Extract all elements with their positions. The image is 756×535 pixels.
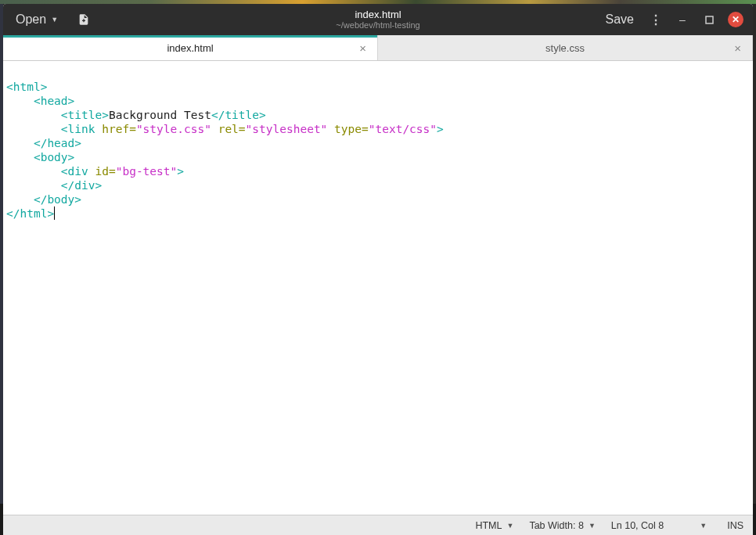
- tab-width-label: Tab Width: 8: [529, 520, 583, 531]
- code-token: </head: [34, 137, 74, 149]
- tab-width-selector[interactable]: Tab Width: 8 ▼: [529, 520, 595, 531]
- code-token: >: [47, 207, 54, 220]
- maximize-icon: [705, 16, 714, 24]
- header-right-controls: Save ⋮ – ✕: [598, 4, 748, 35]
- tab-label: style.css: [545, 42, 585, 54]
- code-string: "bg-test": [116, 165, 178, 178]
- language-label: HTML: [475, 520, 502, 531]
- minimize-icon: –: [679, 13, 686, 26]
- hamburger-menu-button[interactable]: ⋮: [643, 9, 668, 31]
- tab-index-html[interactable]: index.html ×: [3, 35, 378, 60]
- chevron-down-icon: ▼: [51, 16, 58, 23]
- insert-mode-indicator[interactable]: INS: [727, 520, 743, 531]
- code-string: "text/css": [369, 123, 437, 135]
- save-label: Save: [606, 13, 634, 26]
- code-token: >: [259, 109, 266, 121]
- close-icon: ✕: [732, 14, 740, 25]
- code-token: >: [41, 81, 48, 93]
- chevron-down-icon: ▼: [700, 522, 707, 530]
- header-bar: Open ▼ index.html ~/webdev/html-testing …: [3, 4, 753, 35]
- window-title: index.html: [336, 9, 419, 20]
- open-button[interactable]: Open ▼: [8, 9, 66, 30]
- code-token: <html: [6, 81, 41, 93]
- code-attr: href=: [95, 123, 136, 135]
- code-token: >: [68, 95, 75, 107]
- code-token: </title: [211, 109, 259, 121]
- kebab-icon: ⋮: [650, 13, 662, 27]
- code-text: Background Test: [109, 109, 211, 121]
- code-token: >: [74, 137, 81, 149]
- code-token: </html: [6, 207, 47, 220]
- new-document-button[interactable]: [72, 8, 95, 31]
- editor-window: Open ▼ index.html ~/webdev/html-testing …: [3, 4, 753, 535]
- tab-bar: index.html × style.css ×: [3, 35, 753, 61]
- chevron-down-icon: ▼: [506, 522, 513, 530]
- code-attr: rel=: [211, 123, 246, 135]
- position-label: Ln 10, Col 8: [611, 520, 664, 531]
- save-button[interactable]: Save: [598, 9, 642, 30]
- mode-label: INS: [727, 520, 743, 531]
- code-token: >: [68, 151, 75, 163]
- title-block: index.html ~/webdev/html-testing: [336, 9, 419, 30]
- tab-close-button[interactable]: ×: [734, 42, 741, 54]
- window-subtitle: ~/webdev/html-testing: [336, 20, 419, 30]
- code-string: "stylesheet": [246, 123, 328, 135]
- code-token: <title: [61, 109, 102, 121]
- code-attr: type=: [327, 123, 368, 135]
- maximize-button[interactable]: [697, 9, 722, 31]
- code-string: "style.css": [136, 123, 211, 135]
- cursor-position[interactable]: Ln 10, Col 8 ▼: [611, 520, 707, 531]
- code-token: >: [437, 123, 444, 135]
- text-cursor: [54, 206, 55, 220]
- code-token: >: [74, 193, 81, 206]
- code-token: <body: [34, 151, 68, 163]
- code-token: </body: [34, 193, 74, 206]
- close-button[interactable]: ✕: [728, 12, 743, 27]
- tab-style-css[interactable]: style.css ×: [378, 35, 753, 60]
- open-label: Open: [16, 13, 46, 27]
- language-selector[interactable]: HTML ▼: [475, 520, 513, 531]
- code-token: <div: [61, 165, 88, 178]
- minimize-button[interactable]: –: [670, 9, 695, 31]
- code-token: </div: [61, 179, 95, 192]
- code-token: >: [177, 165, 184, 178]
- code-attr: id=: [88, 165, 116, 178]
- code-token: >: [95, 179, 103, 192]
- code-token: >: [102, 109, 109, 121]
- code-token: <link: [61, 123, 95, 135]
- svg-rect-0: [706, 16, 713, 23]
- status-bar: HTML ▼ Tab Width: 8 ▼ Ln 10, Col 8 ▼ INS: [3, 515, 753, 535]
- code-editor[interactable]: <html> <head> <title>Background Test</ti…: [3, 61, 753, 515]
- new-document-icon: [77, 13, 90, 26]
- code-token: <head: [34, 95, 68, 107]
- tab-close-button[interactable]: ×: [359, 42, 366, 54]
- desktop-right-edge: [753, 4, 756, 504]
- chevron-down-icon: ▼: [589, 522, 596, 530]
- tab-label: index.html: [167, 42, 213, 54]
